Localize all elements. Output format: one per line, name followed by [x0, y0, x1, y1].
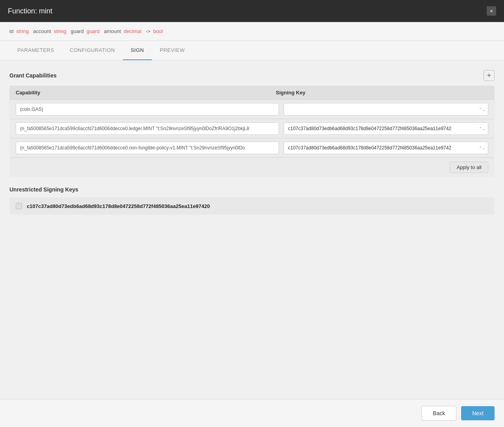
- sig-account-label: account: [33, 28, 51, 34]
- add-capability-button[interactable]: +: [484, 70, 495, 81]
- close-button[interactable]: ×: [487, 6, 496, 16]
- next-button[interactable]: Next: [461, 406, 495, 420]
- grant-capabilities-header: Grant Capabilities +: [9, 70, 495, 81]
- tab-configuration[interactable]: CONFIGURATION: [62, 41, 123, 60]
- main-content: Grant Capabilities + Capability Signing …: [0, 61, 504, 399]
- tab-parameters[interactable]: PARAMETERS: [9, 41, 62, 60]
- signature-bar: id string account string guard guard amo…: [0, 22, 504, 41]
- unrestricted-title: Unrestricted Signing Keys: [9, 186, 495, 193]
- tabs-bar: PARAMETERS CONFIGURATION SIGN PREVIEW: [0, 41, 504, 61]
- sig-amount-type: decimal: [124, 28, 142, 34]
- tab-preview[interactable]: PREVIEW: [152, 41, 192, 60]
- signing-key-wrapper-2: c107c37ad80d73edb6ad68d93c178d8e0472258d…: [284, 142, 488, 154]
- capability-input-1[interactable]: [16, 122, 279, 135]
- capability-input-0[interactable]: [16, 103, 279, 116]
- signing-key-select-2[interactable]: c107c37ad80d73edb6ad68d93c178d8e0472258d…: [284, 142, 488, 154]
- modal: Function: mint × id string account strin…: [0, 0, 504, 427]
- sig-id-label: id: [9, 28, 13, 34]
- capability-row-0: c107c37ad80d73edb6ad68d93c178d8e0472258d…: [9, 99, 495, 119]
- table-header: Capability Signing Key: [9, 86, 495, 99]
- capability-row-1: c107c37ad80d73edb6ad68d93c178d8e0472258d…: [9, 119, 495, 138]
- sig-amount-label: amount: [104, 28, 121, 34]
- modal-header: Function: mint ×: [0, 0, 504, 22]
- unrestricted-section: Unrestricted Signing Keys c107c37ad80d73…: [9, 186, 495, 215]
- signing-key-wrapper-0: c107c37ad80d73edb6ad68d93c178d8e0472258d…: [284, 103, 488, 116]
- signing-key-wrapper-1: c107c37ad80d73edb6ad68d93c178d8e0472258d…: [284, 122, 488, 135]
- apply-to-all-button[interactable]: Apply to all: [450, 162, 488, 173]
- signing-key-value-0: c107c37ad80d73edb6ad68d93c178d8e0472258d…: [27, 203, 210, 209]
- sig-guard-label: guard: [70, 28, 83, 34]
- sig-account-type: string: [54, 28, 66, 34]
- signing-key-select-0[interactable]: c107c37ad80d73edb6ad68d93c178d8e0472258d…: [284, 103, 488, 116]
- sig-guard-type: guard: [87, 28, 100, 34]
- signing-key-checkbox-0[interactable]: [16, 203, 22, 209]
- signing-key-select-1[interactable]: c107c37ad80d73edb6ad68d93c178d8e0472258d…: [284, 122, 488, 135]
- modal-title: Function: mint: [8, 7, 52, 15]
- capability-input-2[interactable]: [16, 142, 279, 154]
- tab-sign[interactable]: SIGN: [123, 41, 152, 60]
- grant-capabilities-title: Grant Capabilities: [9, 72, 57, 79]
- footer: Back Next: [0, 399, 504, 427]
- apply-all-row: Apply to all: [9, 157, 495, 177]
- sig-id-type: string: [16, 28, 29, 34]
- sig-arrow: ->: [146, 28, 150, 34]
- capability-row-2: c107c37ad80d73edb6ad68d93c178d8e0472258d…: [9, 138, 495, 157]
- sig-return-type: bool: [153, 28, 163, 34]
- capability-col-header: Capability: [16, 90, 276, 96]
- signing-key-col-header: Signing Key: [276, 90, 488, 96]
- signing-key-item-0: c107c37ad80d73edb6ad68d93c178d8e0472258d…: [9, 197, 495, 215]
- back-button[interactable]: Back: [421, 406, 456, 421]
- capabilities-table: Capability Signing Key c107c37ad80d73edb…: [9, 86, 495, 177]
